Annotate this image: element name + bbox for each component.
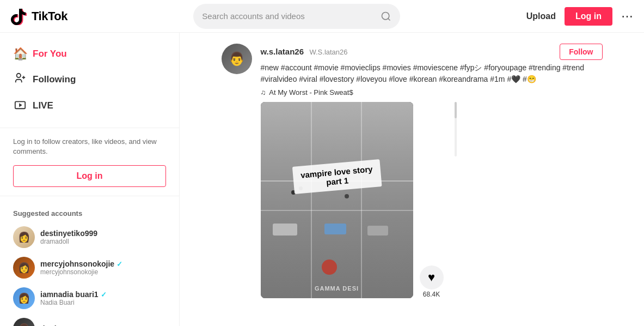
song-name: At My Worst - Pink Sweat$ [269, 88, 353, 96]
sidebar-item-for-you[interactable]: 🏠 For You [0, 41, 179, 67]
video-song: ♫ At My Worst - Pink Sweat$ [261, 88, 603, 96]
video-header: w.s.latan26 W.S.latan26 Follow [261, 44, 603, 60]
avatar: 👩 [13, 257, 35, 279]
video-tags: #new #account #movie #movieclips #movies… [261, 62, 603, 85]
video-handle: W.S.latan26 [309, 48, 347, 56]
list-item[interactable]: 👩 iamnadia buari1 ✓ Nadia Buari [0, 283, 179, 313]
account-username: mercyjohnsonokojie ✓ [40, 259, 166, 268]
header-actions: Upload Log in ⋯ [526, 7, 633, 26]
video-body: w.s.latan26 W.S.latan26 Follow #new #acc… [261, 44, 603, 298]
avatar: 👩 [13, 226, 35, 248]
like-button[interactable]: ♥ 68.4K [420, 265, 444, 298]
account-username: iamnadia buari1 ✓ [40, 290, 166, 299]
search-button[interactable] [381, 11, 391, 22]
heart-icon: ♥ [420, 265, 444, 289]
video-username[interactable]: w.s.latan26 [261, 47, 304, 56]
sidebar: 🏠 For You Following [0, 33, 180, 326]
following-icon [13, 72, 27, 87]
video-creator-avatar[interactable]: 👨 [222, 44, 252, 74]
account-username: destinyetiko999 [40, 229, 166, 238]
scroll-thumb[interactable] [455, 102, 457, 118]
svg-point-0 [382, 12, 389, 19]
list-item[interactable]: 👩 destinyetiko999 dramadoll [0, 222, 179, 252]
svg-point-2 [17, 74, 21, 77]
svg-marker-6 [19, 103, 22, 107]
video-thumbnail[interactable]: vampire love storypart 1 GAMMA DESI [261, 102, 413, 298]
login-prompt-text: Log in to follow creators, like videos, … [0, 137, 179, 165]
header: TikTok Upload Log in ⋯ [0, 0, 644, 33]
sidebar-item-live[interactable]: LIVE [0, 93, 179, 119]
more-options-button[interactable]: ⋯ [621, 9, 633, 23]
logo[interactable]: TikTok [11, 8, 68, 25]
video-watermark: GAMMA DESI [315, 285, 359, 292]
verified-badge-icon: ✓ [101, 291, 107, 299]
scroll-indicator-area [450, 102, 457, 298]
main-layout: 🏠 For You Following [0, 33, 644, 326]
search-input[interactable] [202, 11, 375, 21]
search-bar[interactable] [193, 4, 400, 29]
main-content: 👨 w.s.latan26 W.S.latan26 Follow #new #a… [180, 33, 644, 326]
video-scene [261, 102, 413, 298]
svg-line-1 [388, 18, 390, 20]
tiktok-logo-icon [11, 8, 28, 25]
feed-container: 👨 w.s.latan26 W.S.latan26 Follow #new #a… [222, 44, 603, 315]
list-item[interactable]: 👩 mercyjohnsonokojie ✓ mercyjohnsonokoji… [0, 252, 179, 283]
music-note-icon: ♫ [261, 88, 266, 96]
account-handle: mercyjohnsonokojie [40, 268, 166, 276]
scroll-bar[interactable] [455, 102, 457, 156]
account-handle: Nadia Buari [40, 299, 166, 306]
following-label: Following [33, 74, 76, 85]
video-actions: ♥ 68.4K [420, 102, 444, 298]
logo-text: TikTok [32, 9, 68, 23]
list-item[interactable]: 👨 donjazzy ✓ [0, 313, 179, 326]
video-content-row: vampire love storypart 1 GAMMA DESI ♥ 68… [261, 102, 603, 298]
account-handle: dramadoll [40, 238, 166, 245]
login-button[interactable]: Log in [565, 7, 612, 26]
video-card: 👨 w.s.latan26 W.S.latan26 Follow #new #a… [222, 44, 603, 298]
likes-count: 68.4K [423, 291, 440, 298]
sidebar-divider-2 [0, 196, 179, 196]
avatar: 👨 [13, 318, 35, 326]
suggested-accounts-label: Suggested accounts [0, 205, 179, 222]
home-icon: 🏠 [13, 47, 27, 61]
for-you-label: For You [33, 49, 67, 59]
sidebar-nav: 🏠 For You Following [0, 41, 179, 119]
sidebar-login-button[interactable]: Log in [13, 165, 166, 187]
avatar: 👩 [13, 287, 35, 309]
follow-button[interactable]: Follow [560, 44, 602, 60]
live-label: LIVE [33, 100, 53, 111]
creator-info: w.s.latan26 W.S.latan26 [261, 47, 348, 57]
verified-badge-icon: ✓ [116, 260, 122, 268]
live-icon [13, 98, 27, 113]
sidebar-divider [0, 128, 179, 128]
sidebar-item-following[interactable]: Following [0, 67, 179, 93]
upload-button[interactable]: Upload [526, 11, 556, 21]
